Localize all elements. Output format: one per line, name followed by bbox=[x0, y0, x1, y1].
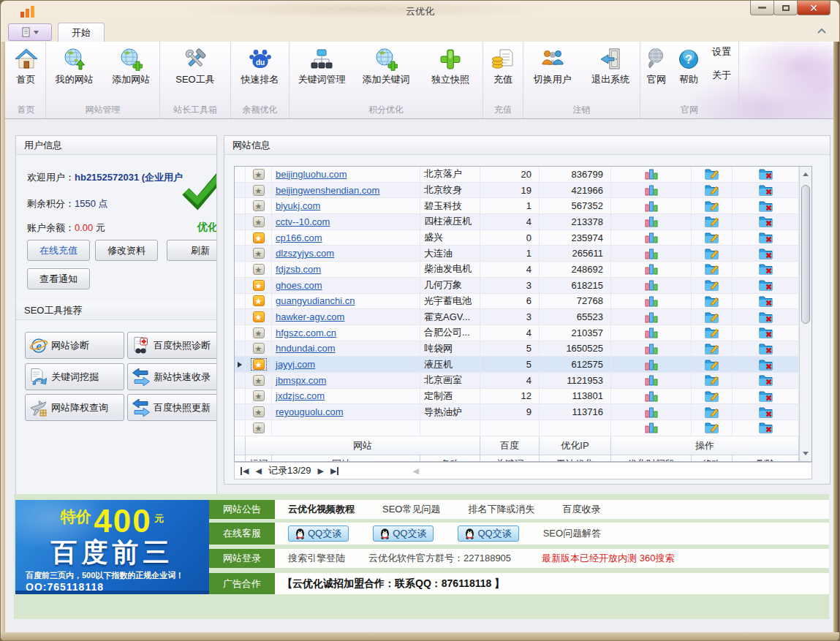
qq-chat-button[interactable]: QQ交谈 bbox=[288, 526, 349, 542]
edit-cell[interactable] bbox=[692, 309, 733, 325]
online-recharge-button[interactable]: 在线充值 bbox=[27, 240, 90, 261]
column-header-修改[interactable]: 修改 bbox=[692, 455, 733, 462]
column-header-关键词[interactable]: 关键词 bbox=[480, 455, 540, 462]
table-row[interactable]: ★cctv--10.com四柱液压机4213378 bbox=[235, 214, 811, 230]
next-page-button[interactable]: ▶ bbox=[317, 467, 323, 475]
delete-cell[interactable] bbox=[733, 198, 799, 214]
edit-cell[interactable] bbox=[692, 230, 733, 246]
column-header-删除[interactable]: 删除 bbox=[733, 455, 799, 462]
edit-cell[interactable] bbox=[692, 420, 733, 436]
table-row[interactable]: ★beijingluohu.com北京落户20836799 bbox=[235, 167, 811, 183]
star-gray-icon[interactable]: ★ bbox=[253, 343, 265, 354]
star-gray-icon[interactable]: ★ bbox=[253, 169, 265, 180]
edit-cell[interactable] bbox=[692, 325, 733, 341]
ribbon-button-首页[interactable]: 首页 bbox=[7, 45, 45, 86]
star-gray-icon[interactable]: ★ bbox=[253, 200, 265, 211]
table-row[interactable]: ★guangyudianchi.cn光宇蓄电池672768 bbox=[235, 294, 811, 310]
seo-answer-link[interactable]: SEO问题解答 bbox=[543, 527, 601, 540]
ribbon-button-SEO工具[interactable]: SEO工具 bbox=[160, 45, 230, 86]
site-url-link[interactable]: beijingwenshendian.com bbox=[276, 185, 379, 196]
optimize-period-cell[interactable] bbox=[611, 373, 692, 389]
vertical-scrollbar[interactable] bbox=[799, 167, 811, 461]
announce-link-百度收录[interactable]: 百度收录 bbox=[562, 503, 600, 516]
optimize-period-cell[interactable] bbox=[611, 341, 692, 357]
application-menu-button[interactable] bbox=[8, 23, 52, 41]
table-row[interactable]: ★dlzszyjys.com大连油1265611 bbox=[235, 246, 811, 262]
previous-page-button[interactable]: ◀ bbox=[255, 467, 261, 475]
optimize-period-cell[interactable] bbox=[611, 183, 692, 199]
star-gold-icon[interactable]: ★ bbox=[253, 280, 265, 291]
announce-link-SEO常见问题[interactable]: SEO常见问题 bbox=[382, 503, 440, 516]
site-url-link[interactable]: fdjzsb.com bbox=[276, 264, 321, 275]
edit-cell[interactable] bbox=[692, 198, 733, 214]
star-gold-icon[interactable]: ★ bbox=[253, 232, 265, 243]
optimize-period-cell[interactable] bbox=[611, 214, 692, 230]
delete-cell[interactable] bbox=[733, 309, 799, 325]
edit-cell[interactable] bbox=[692, 357, 733, 373]
edit-cell[interactable] bbox=[692, 183, 733, 199]
seo-tool-button-网站降权查询[interactable]: 网站降权查询 bbox=[25, 394, 124, 421]
optimize-period-cell[interactable] bbox=[611, 325, 692, 341]
ribbon-button-我的网站[interactable]: 我的网站 bbox=[46, 45, 103, 86]
delete-cell[interactable] bbox=[733, 357, 799, 373]
star-gray-icon[interactable]: ★ bbox=[253, 248, 265, 259]
delete-cell[interactable] bbox=[733, 278, 799, 294]
ribbon-button-帮助[interactable]: ?帮助 bbox=[673, 45, 705, 86]
site-url-link[interactable]: biyukj.com bbox=[276, 200, 320, 211]
announce-link-云优化视频教程[interactable]: 云优化视频教程 bbox=[288, 503, 355, 516]
site-url-link[interactable]: cctv--10.com bbox=[276, 216, 330, 227]
table-row[interactable]: ★beijingwenshendian.com北京纹身19421966 bbox=[235, 183, 811, 199]
table-row[interactable]: ★reyouguolu.com导热油炉9113716 bbox=[235, 404, 811, 420]
site-url-link[interactable]: jxdzjsc.com bbox=[276, 390, 325, 401]
maximize-button[interactable] bbox=[773, 1, 798, 15]
delete-cell[interactable] bbox=[733, 262, 799, 278]
announce-link-排名下降或消失[interactable]: 排名下降或消失 bbox=[468, 503, 534, 516]
optimize-period-cell[interactable] bbox=[611, 294, 692, 310]
delete-cell[interactable] bbox=[733, 389, 799, 405]
optimize-period-cell[interactable] bbox=[611, 404, 692, 420]
login-item[interactable]: 搜索引擎登陆 bbox=[288, 552, 345, 565]
last-page-button[interactable]: ▶ bbox=[330, 467, 338, 475]
star-gold-icon[interactable]: ★ bbox=[253, 295, 265, 306]
ribbon-button-添加网站[interactable]: 添加网站 bbox=[103, 45, 160, 86]
site-url-link[interactable]: hndundai.com bbox=[276, 343, 336, 354]
delete-cell[interactable] bbox=[733, 420, 799, 436]
delete-cell[interactable] bbox=[733, 183, 799, 199]
table-row[interactable]: ★ bbox=[235, 420, 811, 436]
star-gold-icon[interactable]: ★ bbox=[253, 311, 265, 322]
site-url-link[interactable]: dlzszyjys.com bbox=[276, 248, 334, 259]
close-button[interactable]: ✕ bbox=[797, 1, 830, 15]
star-gray-icon[interactable]: ★ bbox=[253, 390, 265, 401]
optimize-period-cell[interactable] bbox=[611, 198, 692, 214]
table-row[interactable]: ★hfgszc.com.cn合肥公司...4210357 bbox=[235, 325, 811, 341]
qq-chat-button[interactable]: QQ交谈 bbox=[373, 526, 434, 542]
ribbon-button-退出系统[interactable]: 退出系统 bbox=[582, 45, 640, 86]
delete-cell[interactable] bbox=[733, 404, 799, 420]
seo-tool-button-百度快照更新[interactable]: 百度快照更新 bbox=[127, 394, 217, 421]
optimize-period-cell[interactable] bbox=[611, 246, 692, 262]
edit-cell[interactable] bbox=[692, 246, 733, 262]
site-url-link[interactable]: hfgszc.com.cn bbox=[276, 327, 336, 338]
minimize-button[interactable] bbox=[750, 1, 774, 15]
edit-profile-button[interactable]: 修改资料 bbox=[95, 240, 158, 261]
edit-cell[interactable] bbox=[692, 373, 733, 389]
table-row[interactable]: ★cp166.com盛兴0235974 bbox=[235, 230, 811, 246]
ribbon-button-切换用户[interactable]: 切换用户 bbox=[523, 45, 582, 86]
ribbon-button-添加关键词[interactable]: 添加关键词 bbox=[354, 45, 418, 86]
site-url-link[interactable]: beijingluohu.com bbox=[276, 169, 347, 180]
ad-banner[interactable]: 特价 400 元 百度前三 百度前三页内，500以下指数的正规企业词！ QQ:7… bbox=[15, 500, 209, 594]
table-row[interactable]: ★ghoes.com几何万象3618215 bbox=[235, 278, 811, 294]
site-url-link[interactable]: cp166.com bbox=[276, 232, 322, 243]
edit-cell[interactable] bbox=[692, 278, 733, 294]
table-row[interactable]: ★fdjzsb.com柴油发电机4248692 bbox=[235, 262, 811, 278]
site-url-link[interactable]: jbmspx.com bbox=[276, 375, 326, 386]
table-row[interactable]: ★biyukj.com碧玉科技1567352 bbox=[235, 198, 811, 214]
table-row[interactable]: ★hawker-agv.com霍克AGV...365523 bbox=[235, 309, 811, 325]
hscroll-left-icon[interactable]: ◀ bbox=[412, 467, 418, 475]
edit-cell[interactable] bbox=[692, 389, 733, 405]
edit-cell[interactable] bbox=[692, 341, 733, 357]
optimize-period-cell[interactable] bbox=[611, 389, 692, 405]
scroll-down-icon[interactable] bbox=[800, 447, 811, 460]
site-url-link[interactable]: ghoes.com bbox=[276, 280, 322, 291]
optimize-period-cell[interactable] bbox=[611, 278, 692, 294]
